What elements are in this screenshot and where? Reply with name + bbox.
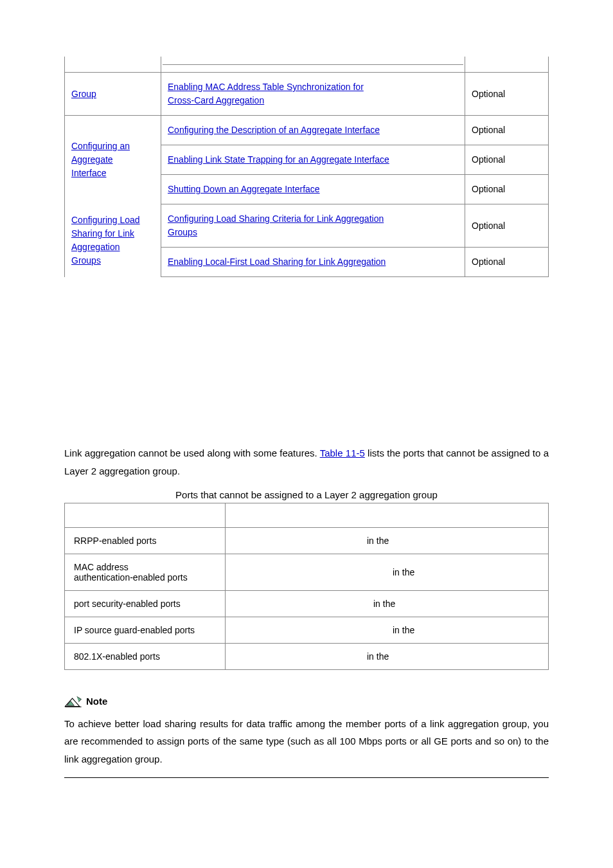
mac-sync-link[interactable]: Enabling MAC Address Table Synchronizati… [168,82,364,92]
header-cell [226,503,549,527]
subtask-cell: Configuring Load Sharing Criteria for Li… [161,204,465,248]
configuring-an-link[interactable]: Configuring an [71,141,130,151]
load-sharing-groups-link[interactable]: Groups [168,227,197,237]
configuring-load-link[interactable]: Configuring Load [71,215,140,225]
remarks-cell: Optional [465,175,549,204]
remarks-cell: Optional [465,248,549,277]
subtask-cell: Shutting Down an Aggregate Interface [161,175,465,204]
feature-cell: MAC address authentication-enabled ports [65,554,226,590]
mac-addr-line: MAC address [74,562,129,572]
table-caption: Ports that cannot be assigned to a Layer… [64,489,549,500]
link-state-trap-link[interactable]: Enabling Link State Trapping for an Aggr… [168,154,389,165]
load-sharing-criteria-link[interactable]: Configuring Load Sharing Criteria for Li… [168,213,384,224]
intro-paragraph: Link aggregation cannot be used along wi… [64,444,549,480]
sharing-link-link[interactable]: Sharing for Link [71,228,134,239]
subtask-cell: Enabling Local-First Load Sharing for Li… [161,248,465,277]
remarks-cell: Optional [465,145,549,175]
subtask-cell: Enabling Link State Trapping for an Aggr… [161,145,465,175]
para-text-a: Link aggregation cannot be used along wi… [64,448,320,458]
feature-cell: 802.1X-enabled ports [65,643,226,669]
task-group-cell: Configuring Load Sharing for Link Aggreg… [65,204,161,277]
empty-cell [465,57,549,73]
note-body: To achieve better load sharing results f… [64,715,549,768]
config-task-table: Group Enabling MAC Address Table Synchro… [64,57,549,277]
aggregation-link[interactable]: Aggregation [71,242,120,252]
remarks-cell: Optional [465,73,549,116]
ports-table: RRPP-enabled ports in the MAC address au… [64,503,549,670]
remarks-cell: Optional [465,204,549,248]
note-header: Note [64,694,549,709]
header-cell [65,503,226,527]
subtask-cell: Enabling MAC Address Table Synchronizati… [161,73,465,116]
mac-sync-link-2[interactable]: Cross-Card Aggregation [168,95,264,105]
feature-cell: IP source guard-enabled ports [65,617,226,643]
divider-cell [161,57,465,73]
shutting-down-link[interactable]: Shutting Down an Aggregate Interface [168,184,320,194]
groups-link[interactable]: Groups [71,255,101,266]
aggregate-link[interactable]: Aggregate [71,154,113,165]
reference-cell: in the [226,554,549,590]
desc-aggregate-link[interactable]: Configuring the Description of an Aggreg… [168,125,380,135]
group-link[interactable]: Group [71,89,96,99]
feature-cell: RRPP-enabled ports [65,527,226,554]
interface-link[interactable]: Interface [71,168,106,178]
reference-cell: in the [226,617,549,643]
reference-cell: in the [226,643,549,669]
task-group-cell: Group [65,73,161,116]
auth-ports-line: authentication-enabled ports [74,572,188,583]
note-label: Note [86,696,107,707]
horizontal-rule [64,777,549,778]
table-11-5-link[interactable]: Table 11-5 [320,448,365,458]
empty-cell [65,57,161,73]
reference-cell: in the [226,527,549,554]
feature-cell: port security-enabled ports [65,590,226,617]
task-group-cell: Configuring an Aggregate Interface [65,116,161,204]
reference-cell: in the [226,590,549,617]
remarks-cell: Optional [465,116,549,145]
local-first-link[interactable]: Enabling Local-First Load Sharing for Li… [168,257,386,267]
note-icon [64,694,82,709]
subtask-cell: Configuring the Description of an Aggreg… [161,116,465,145]
